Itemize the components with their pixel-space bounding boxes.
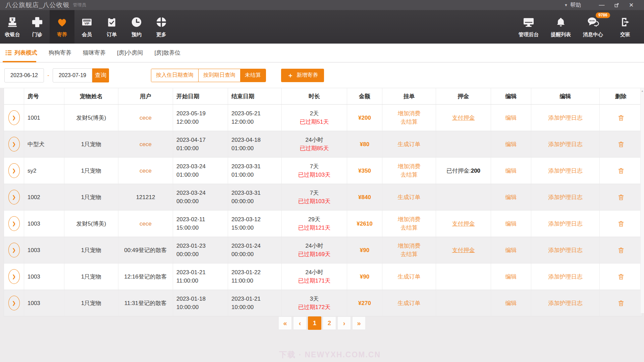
delete-button[interactable] (618, 300, 625, 307)
nav-item-chat-bubbles[interactable]: 消息中心9786 (577, 10, 609, 44)
overdue-label: 已过期121天 (298, 224, 330, 232)
order-cell: 生成订单 (382, 290, 436, 316)
edit-link[interactable]: 编辑 (505, 167, 517, 175)
pay-deposit-link[interactable]: 支付押金 (452, 220, 475, 228)
end-time: 12:00:00 (231, 118, 254, 126)
edit-link[interactable]: 编辑 (505, 193, 517, 201)
expand-row-button[interactable]: ❯ (8, 163, 20, 178)
start-date-cell: 2023-01-1810:00:00 (173, 290, 228, 316)
edit-cell: 编辑 (491, 263, 531, 290)
maximize-button[interactable] (609, 2, 624, 8)
create-order-link[interactable]: 生成订单 (398, 193, 421, 201)
delete-button[interactable] (618, 114, 625, 121)
amount-cell: ¥270 (347, 290, 382, 316)
minimize-button[interactable]: — (594, 2, 609, 8)
add-consume-link[interactable]: 增加消费 (398, 162, 421, 171)
edit-link[interactable]: 编辑 (505, 220, 517, 228)
vertical-scrollbar[interactable]: ▲ (640, 88, 644, 313)
delete-button[interactable] (618, 141, 625, 148)
order-cell: 增加消费去结算 (382, 237, 436, 263)
help-menu[interactable]: ▼ 帮助 (564, 2, 581, 9)
start-time: 15:00:00 (176, 224, 199, 232)
add-consume-link[interactable]: 增加消费 (398, 215, 421, 224)
pagination-page-1[interactable]: 1 (308, 316, 321, 330)
create-order-link[interactable]: 生成订单 (398, 273, 421, 281)
add-care-log-link[interactable]: 添加护理日志 (548, 114, 583, 122)
delete-button[interactable] (618, 194, 625, 201)
expand-row-button[interactable]: ❯ (8, 190, 20, 204)
delete-cell (600, 263, 642, 290)
pay-deposit-link[interactable]: 支付押金 (452, 246, 475, 254)
edit-link[interactable]: 编辑 (505, 114, 517, 122)
unsettled-filter-button[interactable]: 未结算 (240, 69, 266, 82)
date-to-input[interactable] (53, 68, 92, 82)
add-care-log-link[interactable]: 添加护理日志 (548, 140, 583, 148)
add-care-log-link[interactable]: 添加护理日志 (548, 299, 583, 307)
nav-item-clinic-cross[interactable]: 门诊 (25, 10, 50, 44)
expand-cell: ❯ (4, 210, 24, 237)
add-consume-link[interactable]: 增加消费 (398, 109, 421, 118)
query-by-checkin-date-button[interactable]: 按入住日期查询 (151, 69, 198, 82)
edit-link[interactable]: 编辑 (505, 299, 517, 307)
tab-dog-boarding[interactable]: 狗狗寄养 (49, 49, 71, 57)
add-care-log-link[interactable]: 添加护理日志 (548, 167, 583, 175)
add-boarding-button[interactable]: ＋ 新增寄养 (281, 69, 324, 82)
tab-open-boarding[interactable]: [房]散养位 (154, 49, 180, 57)
delete-button[interactable] (618, 167, 625, 174)
close-button[interactable]: ✕ (624, 2, 639, 9)
edit-link[interactable]: 编辑 (505, 140, 517, 148)
expand-row-button[interactable]: ❯ (8, 137, 20, 152)
expand-row-button[interactable]: ❯ (8, 110, 20, 125)
edit-link[interactable]: 编辑 (505, 246, 517, 254)
expand-row-button[interactable]: ❯ (8, 296, 20, 310)
user-name: cece (140, 140, 152, 148)
pagination-last-button[interactable]: » (352, 316, 366, 330)
expand-row-button[interactable]: ❯ (8, 243, 20, 257)
edit-link[interactable]: 编辑 (505, 273, 517, 281)
pagination-page-2[interactable]: 2 (323, 316, 336, 330)
delete-button[interactable] (618, 247, 625, 254)
start-time: 01:00:00 (176, 144, 199, 153)
go-settle-link[interactable]: 去结算 (400, 118, 418, 126)
pay-deposit-link[interactable]: 支付押金 (452, 114, 475, 122)
delete-button[interactable] (618, 273, 625, 280)
table-row: ❯sy21只宠物cece2023-03-2401:00:002023-03-31… (4, 158, 642, 184)
nav-item-vip-card[interactable]: VIP会员 (74, 10, 99, 44)
create-order-link[interactable]: 生成订单 (398, 140, 421, 148)
trash-icon (618, 194, 625, 201)
nav-item-heart[interactable]: 寄养 (50, 10, 74, 44)
room-cell: 1003 (24, 263, 64, 290)
add-care-log-link[interactable]: 添加护理日志 (548, 246, 583, 254)
tab-label: 列表模式 (14, 49, 37, 57)
delete-button[interactable] (618, 220, 625, 227)
date-from-input[interactable] (4, 68, 44, 82)
tab-small-room[interactable]: [房]小房间 (117, 49, 143, 57)
go-settle-link[interactable]: 去结算 (400, 171, 418, 179)
expand-row-button[interactable]: ❯ (8, 216, 20, 231)
add-care-log-link[interactable]: 添加护理日志 (548, 273, 583, 281)
tab-list-mode[interactable]: 列表模式 (5, 47, 37, 59)
nav-item-cash-register[interactable]: ¥收银台 (0, 10, 25, 44)
create-order-link[interactable]: 生成订单 (398, 299, 421, 307)
nav-item-monitor[interactable]: 管理后台 (513, 10, 545, 44)
query-by-due-date-button[interactable]: 按到期日查询 (198, 69, 240, 82)
add-care-log-link[interactable]: 添加护理日志 (548, 193, 583, 201)
deposit-cell (436, 263, 491, 290)
pagination-first-button[interactable]: « (278, 316, 292, 330)
nav-item-logout[interactable]: 交班 (609, 10, 641, 44)
expand-row-button[interactable]: ❯ (8, 269, 20, 284)
nav-item-bell[interactable]: 提醒列表 (545, 10, 577, 44)
add-consume-link[interactable]: 增加消费 (398, 242, 421, 250)
column-header: 押金 (436, 88, 491, 104)
add-care-log-link[interactable]: 添加护理日志 (548, 220, 583, 228)
pagination-next-button[interactable]: › (337, 316, 351, 330)
go-settle-link[interactable]: 去结算 (400, 250, 418, 258)
start-date: 2023-03-24 (176, 162, 206, 171)
go-settle-link[interactable]: 去结算 (400, 224, 418, 232)
nav-item-more-grid[interactable]: 更多 (149, 10, 174, 44)
nav-item-order-clipboard[interactable]: 订单 (99, 10, 124, 44)
pagination-prev-button[interactable]: ‹ (293, 316, 307, 330)
search-button[interactable]: 查询 (92, 68, 109, 82)
tab-cat-boarding[interactable]: 猫咪寄养 (83, 49, 106, 57)
nav-item-clock[interactable]: 预约 (124, 10, 149, 44)
